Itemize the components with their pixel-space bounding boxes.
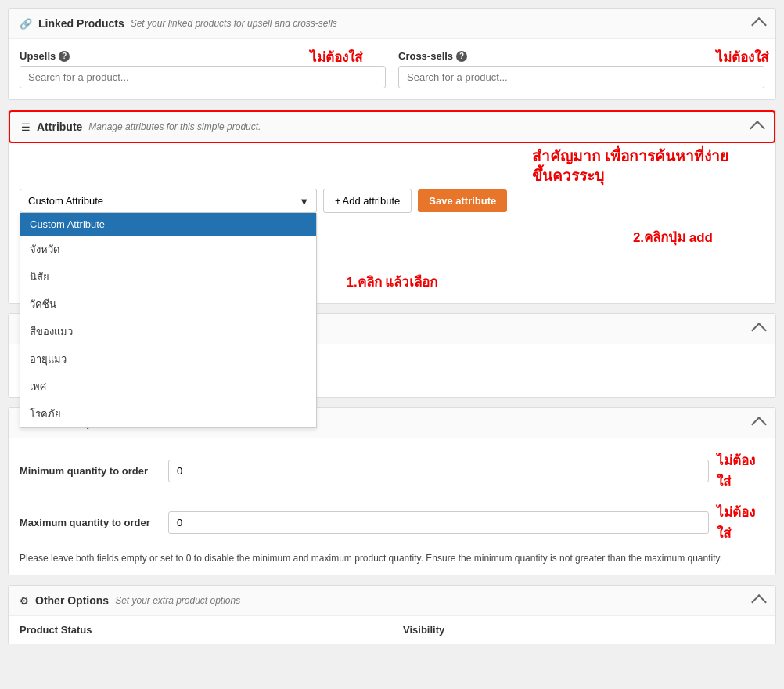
max-qty-input[interactable] [168, 511, 709, 534]
other-options-header-left: ⚙ Other Options Set your extra product o… [20, 594, 240, 607]
attribute-title: Attribute [37, 121, 82, 133]
add-attribute-button[interactable]: + Add attribute [323, 189, 412, 213]
attribute-dropdown-list: Custom Attribute จังหวัด นิสัย วัคซีน สี… [20, 213, 317, 428]
attribute-select-wrapper: Custom Attribute จังหวัด นิสัย วัคซีน สี… [20, 189, 317, 213]
dropdown-item-age[interactable]: อายุแมว [20, 345, 316, 373]
other-options-title: Other Options [35, 594, 109, 607]
other-options-subtitle: Set your extra product options [115, 595, 240, 606]
other-options-collapse-icon[interactable] [751, 594, 767, 610]
max-qty-label: Maximum quantity to order [20, 517, 160, 528]
max-qty-input-wrapper: ไม่ต้องใส่ [168, 501, 764, 543]
attribute-collapse-icon[interactable] [750, 121, 765, 136]
product-status-label: Product Status [20, 624, 381, 636]
gear-icon: ⚙ [20, 595, 29, 607]
min-qty-input-wrapper: ไม่ต้องใส่ [168, 449, 764, 492]
annotation-step1: 1.คลิก แล้วเลือก [347, 271, 438, 292]
attribute-panel-header: ☰ Attribute Manage attributes for this s… [9, 110, 775, 143]
max-qty-row: Maximum quantity to order ไม่ต้องใส่ [20, 501, 764, 543]
linked-products-collapse-icon[interactable] [751, 17, 767, 33]
crosssells-label: Cross-sells ? [398, 50, 764, 62]
attribute-annotation-block: สำคัญมาก เพื่อการค้นหาที่ง่าย ขึ้นควรระบ… [9, 143, 775, 150]
minmax-collapse-icon[interactable] [751, 417, 767, 432]
minmax-note: Please leave both fields empty or set to… [20, 553, 764, 564]
crosssells-input[interactable] [398, 66, 764, 88]
linked-products-title: Linked Products [38, 17, 124, 30]
upsells-input[interactable] [20, 66, 386, 88]
other-options-grid: Product Status Visibility [9, 616, 775, 644]
upsells-crosssells-grid: Upsells ? ไม่ต้องใส่ Cross-sells ? ไม่ต้… [20, 50, 764, 88]
upsells-annotation: ไม่ต้องใส่ [310, 46, 362, 67]
linked-products-body: Upsells ? ไม่ต้องใส่ Cross-sells ? ไม่ต้… [9, 39, 775, 99]
dropdown-item-gender[interactable]: เพศ [20, 373, 316, 400]
crosssells-annotation: ไม่ต้องใส่ [716, 46, 768, 67]
save-attribute-button[interactable]: Save attribute [418, 189, 507, 212]
linked-products-header: 🔗 Linked Products Set your linked produc… [9, 9, 775, 39]
link-icon: 🔗 [20, 18, 32, 30]
dropdown-item-vaccine[interactable]: วัคซีน [20, 290, 316, 318]
other-col-visibility: Visibility [392, 616, 775, 644]
minmax-panel: $ Min/Max Options Manage min max options… [8, 407, 776, 575]
other-options-header: ⚙ Other Options Set your extra product o… [9, 586, 775, 616]
upsells-section: Upsells ? ไม่ต้องใส่ [20, 50, 386, 88]
other-col-status: Product Status [9, 616, 392, 644]
attribute-subtitle: Manage attributes for this simple produc… [88, 121, 261, 132]
visibility-label: Visibility [403, 624, 764, 636]
dropdown-item-habit[interactable]: นิสัย [20, 263, 316, 290]
crosssells-help-icon[interactable]: ? [456, 51, 467, 62]
dropdown-item-color[interactable]: สีของแมว [20, 318, 316, 345]
min-qty-label: Minimum quantity to order [20, 465, 160, 477]
linked-products-header-left: 🔗 Linked Products Set your linked produc… [20, 17, 337, 30]
attribute-icon: ☰ [21, 121, 31, 133]
linked-products-panel: 🔗 Linked Products Set your linked produc… [8, 8, 776, 100]
dropdown-item-custom[interactable]: Custom Attribute [20, 213, 316, 236]
min-qty-annotation: ไม่ต้องใส่ [717, 449, 764, 492]
attribute-controls-row: Custom Attribute จังหวัด นิสัย วัคซีน สี… [9, 150, 775, 224]
upsells-help-icon[interactable]: ? [59, 51, 70, 62]
linked-products-subtitle: Set your linked products for upsell and … [131, 18, 337, 29]
crosssells-section: Cross-sells ? ไม่ต้องใส่ [398, 50, 764, 88]
min-qty-input[interactable] [168, 460, 709, 482]
other-options-panel: ⚙ Other Options Set your extra product o… [8, 585, 776, 644]
minmax-body: Minimum quantity to order ไม่ต้องใส่ Max… [9, 438, 775, 575]
attribute-panel: ☰ Attribute Manage attributes for this s… [8, 110, 776, 304]
dropdown-item-province[interactable]: จังหวัด [20, 236, 316, 263]
wholesale-collapse-icon[interactable] [751, 323, 767, 338]
add-icon: + [335, 195, 341, 207]
attribute-select[interactable]: Custom Attribute จังหวัด นิสัย วัคซีน สี… [20, 189, 317, 213]
dropdown-item-disease[interactable]: โรคภัย [20, 400, 316, 427]
min-qty-row: Minimum quantity to order ไม่ต้องใส่ [20, 449, 764, 492]
attribute-header-left: ☰ Attribute Manage attributes for this s… [21, 121, 261, 133]
max-qty-annotation: ไม่ต้องใส่ [717, 501, 764, 543]
